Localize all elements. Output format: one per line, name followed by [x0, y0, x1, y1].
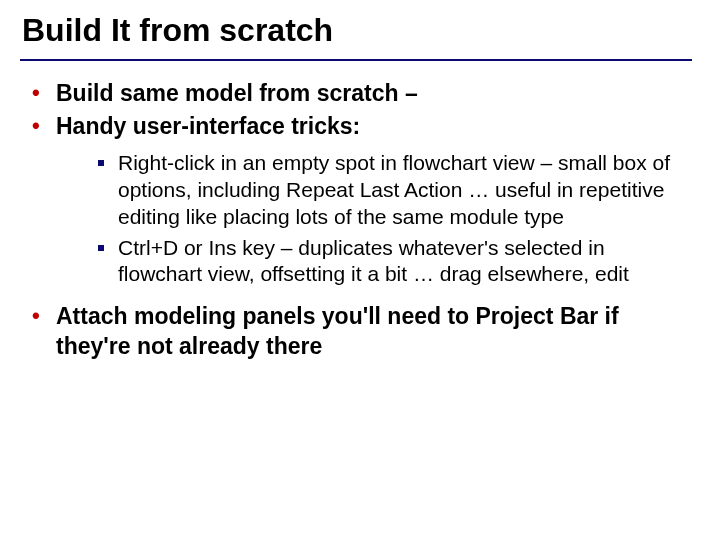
bullet-item: Build same model from scratch – [28, 79, 692, 108]
title-underline [20, 59, 692, 61]
bullet-text: Handy user-interface tricks: [56, 113, 360, 139]
bullet-item: Handy user-interface tricks: Right-click… [28, 112, 692, 288]
slide: Build It from scratch Build same model f… [0, 0, 720, 540]
bullet-text: Attach modeling panels you'll need to Pr… [56, 303, 619, 358]
slide-title: Build It from scratch [22, 12, 692, 49]
sub-bullet-text: Right-click in an empty spot in flowchar… [118, 151, 670, 228]
sub-bullet-text: Ctrl+D or Ins key – duplicates whatever'… [118, 236, 629, 286]
bullet-item: Attach modeling panels you'll need to Pr… [28, 302, 692, 361]
bullet-list: Build same model from scratch – Handy us… [20, 79, 692, 361]
sub-bullet-item: Right-click in an empty spot in flowchar… [94, 150, 692, 231]
sub-bullet-list: Right-click in an empty spot in flowchar… [56, 150, 692, 288]
sub-bullet-item: Ctrl+D or Ins key – duplicates whatever'… [94, 235, 692, 289]
bullet-text: Build same model from scratch – [56, 80, 418, 106]
